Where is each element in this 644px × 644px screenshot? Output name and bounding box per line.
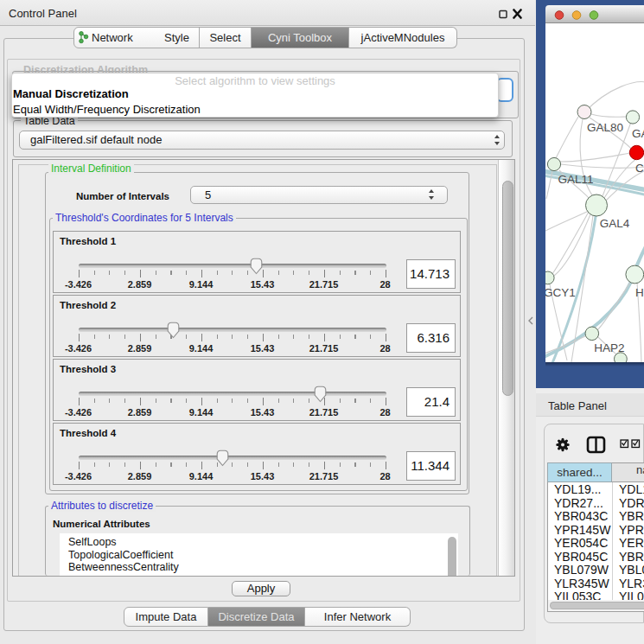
svg-text:GAL80: GAL80 (587, 121, 623, 134)
svg-text:GAL11: GAL11 (558, 173, 593, 186)
svg-text:C: C (635, 162, 644, 175)
svg-text:GAL4: GAL4 (600, 217, 630, 230)
svg-text:H: H (635, 286, 644, 299)
svg-text:HAP2: HAP2 (594, 341, 624, 354)
svg-text:GA: GA (632, 127, 644, 140)
svg-text:GCY1: GCY1 (545, 286, 576, 299)
